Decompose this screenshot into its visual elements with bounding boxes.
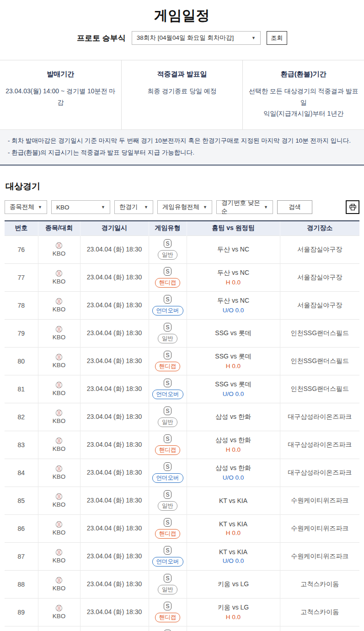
game-type-cell: S 일반 bbox=[149, 403, 187, 431]
round-select[interactable]: 38회차 [04월04일 화요일 회차마감] ▼ bbox=[132, 31, 261, 45]
col-header-teams: 홈팀 vs 원정팀 bbox=[187, 221, 280, 235]
chevron-down-icon: ▼ bbox=[101, 205, 105, 209]
filter-sport-select[interactable]: 종목전체 ▼ bbox=[5, 200, 47, 214]
teams-label: SSG vs 롯데 bbox=[188, 353, 279, 361]
game-row: 84 KBO 23.04.04 (화) 18:30 S 언더오버 삼 bbox=[5, 459, 359, 487]
col-header-venue: 경기장소 bbox=[280, 221, 359, 235]
sport-label: KBO bbox=[53, 585, 66, 592]
info-panel-value: 23.04.03(월) 14:00 ~ 경기별 10분전 마감 bbox=[5, 86, 116, 108]
baseball-icon bbox=[55, 437, 63, 444]
filter-bar: 종목전체 ▼ KBO ▼ 한경기 ▼ 게임유형전체 ▼ 경기번호 낮은순 ▼ 검… bbox=[0, 200, 364, 214]
venue-cell: 서울잠실야구장 bbox=[280, 291, 359, 319]
query-button[interactable]: 조회 bbox=[267, 31, 287, 45]
teams-label: 삼성 vs 한화 bbox=[188, 436, 279, 444]
search-button[interactable]: 검색 bbox=[277, 200, 312, 214]
baseball-icon bbox=[55, 465, 63, 472]
sport-label: KBO bbox=[53, 529, 66, 536]
single-game-icon: S bbox=[164, 351, 171, 359]
game-row: 86 KBO 23.04.04 (화) 18:30 S 핸디캡 KT bbox=[5, 514, 359, 542]
teams-label: SSG vs 롯데 bbox=[188, 380, 279, 389]
filter-game-type-select[interactable]: 게임유형전체 ▼ bbox=[157, 200, 212, 214]
filter-value: 종목전체 bbox=[10, 203, 34, 211]
game-type-cell: S 일반 bbox=[149, 487, 187, 514]
round-select-value: 38회차 [04월04일 화요일 회차마감] bbox=[137, 34, 234, 42]
game-type-badge: 핸디캡 bbox=[155, 613, 181, 622]
venue-cell: 서울잠실야구장 bbox=[280, 235, 359, 263]
sport-cell: KBO bbox=[38, 403, 80, 431]
sport-cell: KBO bbox=[38, 319, 80, 347]
game-type-cell: S 언더오버 bbox=[149, 542, 187, 570]
single-game-icon: S bbox=[164, 434, 171, 443]
notice-box: - 회차 발매마감은 경기일시 기준 마지막 두 번째 경기 10분전까지 혹은… bbox=[0, 129, 364, 166]
sport-cell: KBO bbox=[38, 263, 80, 291]
filter-league-select[interactable]: KBO ▼ bbox=[51, 200, 110, 214]
sport-cell: KBO bbox=[38, 459, 80, 487]
sport-cell: KBO bbox=[38, 235, 80, 263]
venue-cell: 대구삼성라이온즈파크 bbox=[280, 431, 359, 459]
col-header-datetime: 경기일시 bbox=[80, 221, 149, 235]
sport-cell: KBO bbox=[38, 347, 80, 375]
game-datetime: 23.04.04 (화) 18:30 bbox=[80, 235, 149, 263]
sport-label: KBO bbox=[53, 306, 66, 313]
sport-cell: KBO bbox=[38, 375, 80, 403]
sport-label: KBO bbox=[53, 250, 66, 257]
baseball-icon bbox=[55, 521, 63, 528]
baseball-icon bbox=[55, 577, 63, 584]
single-game-icon: S bbox=[164, 267, 171, 276]
single-game-icon: S bbox=[164, 295, 171, 304]
game-number: 80 bbox=[5, 347, 38, 375]
game-row: 82 KBO 23.04.04 (화) 18:30 S 일반 삼성 bbox=[5, 403, 359, 431]
game-datetime: 23.04.04 (화) 18:30 bbox=[80, 263, 149, 291]
games-table-header-row: 번호 종목/대회 경기일시 게임유형 홈팀 vs 원정팀 경기장소 bbox=[5, 221, 359, 235]
venue-cell: 고척스카이돔 bbox=[280, 598, 359, 626]
filter-purchase-type-select[interactable]: 한경기 ▼ bbox=[114, 200, 153, 214]
single-game-icon: S bbox=[164, 323, 171, 332]
game-number: 77 bbox=[5, 263, 38, 291]
game-number: 76 bbox=[5, 235, 38, 263]
teams-label: KT vs KIA bbox=[188, 520, 279, 528]
baseball-icon bbox=[55, 298, 63, 305]
game-schedule-page: 게임일정 프로토 승부식 38회차 [04월04일 화요일 회차마감] ▼ 조회… bbox=[0, 0, 364, 631]
sport-cell: KBO bbox=[38, 598, 80, 626]
game-row: 79 KBO 23.04.04 (화) 18:30 S 일반 SSG bbox=[5, 319, 359, 347]
game-number: 85 bbox=[5, 487, 38, 514]
venue-cell: 수원케이티위즈파크 bbox=[280, 487, 359, 514]
teams-cell: 삼성 vs 한화 U/O 0.0 bbox=[187, 459, 280, 487]
filter-value: KBO bbox=[56, 204, 70, 211]
game-type-badge: 일반 bbox=[158, 250, 177, 260]
single-game-icon: S bbox=[164, 602, 171, 610]
single-game-icon: S bbox=[164, 239, 171, 248]
teams-label: 두산 vs NC bbox=[188, 297, 279, 305]
filter-value: 경기번호 낮은순 bbox=[221, 199, 264, 215]
baseball-icon bbox=[55, 270, 63, 277]
game-datetime: 23.04.04 (화) 18:30 bbox=[80, 570, 149, 598]
game-type-badge: 일반 bbox=[158, 501, 177, 511]
sport-cell: KBO bbox=[38, 626, 80, 631]
game-type-cell: S 핸디캡 bbox=[149, 263, 187, 291]
game-type-badge: 핸디캡 bbox=[155, 362, 181, 371]
handicap-line: H 0.0 bbox=[188, 279, 279, 286]
print-button[interactable] bbox=[346, 200, 359, 214]
game-type-badge: 핸디캡 bbox=[155, 529, 181, 539]
game-number: 81 bbox=[5, 375, 38, 403]
single-game-icon: S bbox=[164, 379, 171, 387]
game-datetime: 23.04.04 (화) 18:30 bbox=[80, 459, 149, 487]
handicap-line: H 0.0 bbox=[188, 363, 279, 369]
game-datetime: 23.04.04 (화) 18:30 bbox=[80, 403, 149, 431]
filter-sort-select[interactable]: 경기번호 낮은순 ▼ bbox=[216, 200, 273, 214]
info-panel-value: 선택한 모든 대상경기의 적중결과 발표일 bbox=[248, 86, 359, 108]
sport-label: KBO bbox=[53, 362, 66, 369]
teams-label: 두산 vs NC bbox=[188, 269, 279, 277]
game-number: 90 bbox=[5, 626, 38, 631]
venue-cell: 수원케이티위즈파크 bbox=[280, 514, 359, 542]
sport-label: KBO bbox=[53, 501, 66, 508]
game-type-cell: S 일반 bbox=[149, 319, 187, 347]
game-row: 76 KBO 23.04.04 (화) 18:30 S 일반 두산 bbox=[5, 235, 359, 263]
sport-cell: KBO bbox=[38, 542, 80, 570]
game-datetime: 23.04.04 (화) 18:30 bbox=[80, 319, 149, 347]
sport-label: KBO bbox=[53, 473, 66, 480]
venue-cell: 고척스카이돔 bbox=[280, 626, 359, 631]
game-type-cell: S 언더오버 bbox=[149, 626, 187, 631]
teams-cell: 삼성 vs 한화 H 0.0 bbox=[187, 431, 280, 459]
game-number: 86 bbox=[5, 514, 38, 542]
